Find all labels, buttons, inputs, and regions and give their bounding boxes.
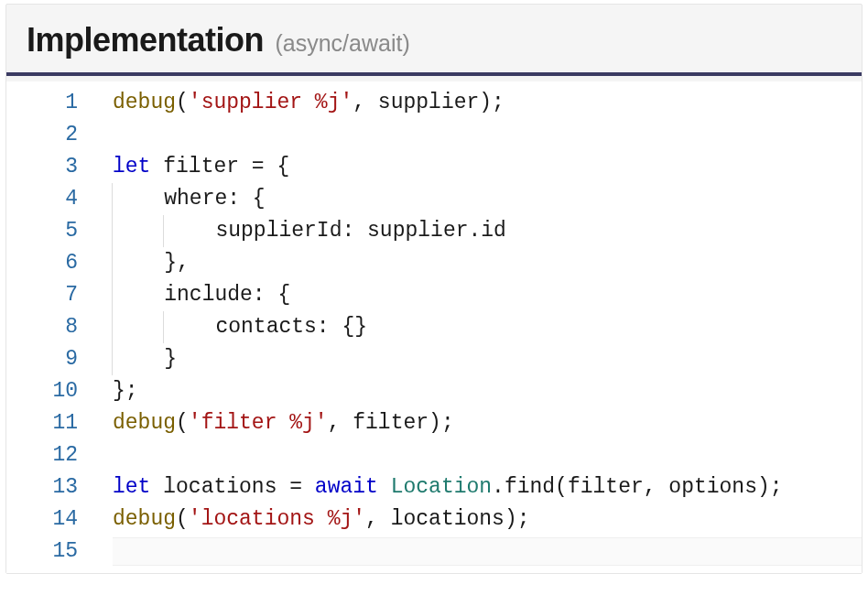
code-line[interactable]: let locations = await Location.find(filt… xyxy=(113,471,862,503)
text-token: where: { xyxy=(164,187,265,211)
keyword-token: let xyxy=(113,475,150,499)
text-token: }, xyxy=(164,251,190,275)
line-number: 9 xyxy=(6,343,102,375)
code-line[interactable]: let filter = { xyxy=(113,151,862,183)
code-line[interactable]: }, xyxy=(113,247,862,279)
code-line[interactable] xyxy=(113,439,862,471)
panel-subtitle: (async/await) xyxy=(275,30,409,56)
text-token: ( xyxy=(176,507,189,531)
text-token: contacts: {} xyxy=(215,315,367,339)
text-token: , filter); xyxy=(328,411,454,435)
text-token xyxy=(163,311,215,343)
line-number-gutter: 123456789101112131415 xyxy=(6,81,102,573)
line-number: 1 xyxy=(6,87,102,119)
string-token: 'locations %j' xyxy=(189,507,365,531)
code-line[interactable] xyxy=(113,119,862,151)
function-token: debug xyxy=(113,411,176,435)
text-token xyxy=(112,183,164,215)
text-token: include: { xyxy=(164,283,290,307)
line-number: 15 xyxy=(6,536,102,568)
text-token xyxy=(112,279,164,311)
code-line[interactable]: supplierId: supplier.id xyxy=(113,215,862,247)
line-number: 2 xyxy=(6,119,102,151)
string-token: 'filter %j' xyxy=(189,411,328,435)
line-number: 3 xyxy=(6,151,102,183)
text-token: locations = xyxy=(150,475,314,499)
panel: Implementation (async/await) 12345678910… xyxy=(5,4,863,574)
function-token: debug xyxy=(113,507,176,531)
text-token: ( xyxy=(176,411,189,435)
text-token xyxy=(112,311,164,343)
code-line[interactable]: }; xyxy=(113,375,862,407)
text-token: filter = { xyxy=(150,155,289,179)
text-token: }; xyxy=(113,379,138,403)
line-number: 5 xyxy=(6,215,102,247)
text-token: supplierId: supplier.id xyxy=(215,219,505,243)
text-token: .find(filter, options); xyxy=(492,475,782,499)
code-content[interactable]: debug('supplier %j', supplier); let filt… xyxy=(102,81,862,573)
text-token xyxy=(378,475,391,499)
string-token: 'supplier %j' xyxy=(189,91,353,114)
code-editor[interactable]: 123456789101112131415 debug('supplier %j… xyxy=(6,81,862,573)
current-line-highlight xyxy=(113,537,862,566)
text-token: , locations); xyxy=(365,507,529,531)
code-line[interactable]: } xyxy=(113,343,862,375)
line-number: 14 xyxy=(6,503,102,536)
line-number: 10 xyxy=(6,375,102,407)
code-line[interactable] xyxy=(113,536,862,568)
code-line[interactable]: debug('filter %j', filter); xyxy=(113,407,862,439)
code-line[interactable]: debug('locations %j', locations); xyxy=(113,503,862,536)
text-token xyxy=(163,215,215,247)
code-line[interactable]: contacts: {} xyxy=(113,311,862,343)
class-token: Location xyxy=(391,475,492,499)
line-number: 13 xyxy=(6,471,102,503)
line-number: 6 xyxy=(6,247,102,279)
code-line[interactable]: include: { xyxy=(113,279,862,311)
text-token: } xyxy=(164,347,177,371)
text-token xyxy=(112,215,164,247)
text-token: , supplier); xyxy=(353,91,505,114)
text-token: ( xyxy=(176,91,189,114)
panel-title: Implementation xyxy=(27,21,264,59)
text-token xyxy=(112,247,164,279)
line-number: 7 xyxy=(6,279,102,311)
function-token: debug xyxy=(113,91,176,114)
line-number: 4 xyxy=(6,183,102,215)
line-number: 11 xyxy=(6,407,102,439)
text-token xyxy=(112,343,164,375)
line-number: 12 xyxy=(6,439,102,471)
keyword-token: let xyxy=(113,155,150,179)
code-line[interactable]: debug('supplier %j', supplier); xyxy=(113,87,862,119)
code-line[interactable]: where: { xyxy=(113,183,862,215)
line-number: 8 xyxy=(6,311,102,343)
panel-header: Implementation (async/await) xyxy=(6,21,862,76)
keyword-token: await xyxy=(315,475,378,499)
